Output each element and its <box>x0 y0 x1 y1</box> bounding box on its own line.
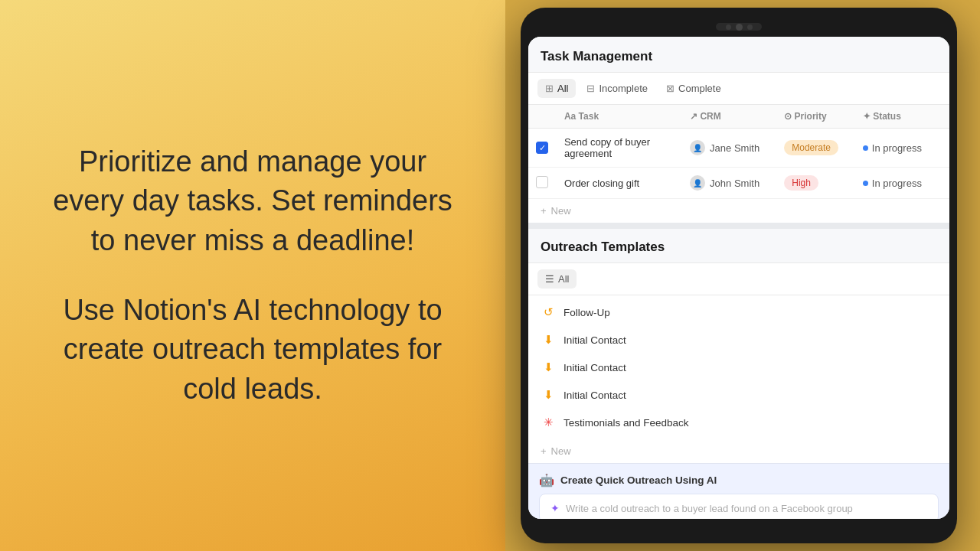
row1-avatar: 👤 <box>690 140 705 155</box>
row2-checkbox-cell[interactable] <box>528 168 557 199</box>
left-text-block: Prioritize and manage your every day tas… <box>46 142 459 409</box>
row2-task-text: Order closing gift <box>564 178 639 189</box>
tab-all-label: All <box>557 83 568 94</box>
main-paragraph-2: Use Notion's AI technology to create out… <box>46 291 459 409</box>
col-header-crm: ↗ CRM <box>682 105 776 129</box>
col-header-status: ✦ Status <box>855 105 949 129</box>
template-contact-label-2: Initial Contact <box>564 362 626 373</box>
col-header-checkbox <box>528 105 557 129</box>
table-row: ✓ Send copy of buyer agreement 👤 Jane Sm… <box>528 129 949 168</box>
row1-status-text: In progress <box>872 142 922 154</box>
table-row: Order closing gift 👤 John Smith Hig <box>528 168 949 199</box>
contact-icon-2: ⬇ <box>541 360 556 374</box>
template-testimonial-label: Testimonials and Feedback <box>564 417 689 429</box>
row2-crm-cell: 👤 John Smith <box>682 168 776 199</box>
tab-incomplete[interactable]: ⊟ Incomplete <box>579 79 655 98</box>
row2-status-text: In progress <box>872 178 922 189</box>
outreach-new-plus-icon: + <box>541 445 547 457</box>
row2-status-cell: In progress <box>855 168 949 199</box>
row2-priority-cell: High <box>776 168 855 199</box>
camera-dot <box>726 24 731 30</box>
template-contact-label-3: Initial Contact <box>564 390 626 401</box>
row1-crm-cell: 👤 Jane Smith <box>682 129 776 168</box>
list-item[interactable]: ⬇ Initial Contact <box>528 326 949 354</box>
ai-section: 🤖 Create Quick Outreach Using AI ✦ Write… <box>528 463 949 519</box>
task-management-section: Task Management ⊞ All ⊟ Incomplete ⊠ <box>528 37 949 223</box>
table-icon: ⊞ <box>545 83 554 94</box>
row1-priority-cell: Moderate <box>776 129 855 168</box>
outreach-new-label: New <box>551 445 571 457</box>
testimonial-icon: ✳ <box>541 416 556 429</box>
checkbox-1[interactable]: ✓ <box>536 142 548 154</box>
row1-checkbox-cell[interactable]: ✓ <box>528 129 557 168</box>
complete-icon: ⊠ <box>666 83 675 94</box>
ai-section-title: Create Quick Outreach Using AI <box>560 474 717 486</box>
outreach-section-title: Outreach Templates <box>528 229 949 263</box>
row2-crm-name: John Smith <box>710 178 760 189</box>
ai-sparkle-icon: ✦ <box>550 502 560 514</box>
tab-all[interactable]: ⊞ All <box>537 79 576 98</box>
row1-task-text: Send copy of buyer agreement <box>564 136 650 159</box>
row1-status: In progress <box>863 142 942 154</box>
tablet-device: Task Management ⊞ All ⊟ Incomplete ⊠ <box>521 8 957 543</box>
template-followup-label: Follow-Up <box>564 307 610 318</box>
outreach-tab-all-label: All <box>558 273 569 285</box>
tab-incomplete-label: Incomplete <box>599 83 648 94</box>
list-icon: ☰ <box>545 273 554 285</box>
right-panel: Task Management ⊞ All ⊟ Incomplete ⊠ <box>505 0 980 551</box>
outreach-section: Outreach Templates ☰ All ↺ Follow-Up <box>528 229 949 463</box>
row2-avatar: 👤 <box>690 175 705 191</box>
new-plus-icon: + <box>541 205 547 217</box>
outreach-tabs-bar: ☰ All <box>528 263 949 295</box>
new-row-label: New <box>551 205 571 217</box>
app-content[interactable]: Task Management ⊞ All ⊟ Incomplete ⊠ <box>528 37 949 519</box>
row2-task-cell: Order closing gift <box>557 168 682 199</box>
row1-crm: 👤 Jane Smith <box>690 140 769 155</box>
ai-input-placeholder: Write a cold outreach to a buyer lead fo… <box>566 503 853 514</box>
template-contact-label-1: Initial Contact <box>564 334 626 346</box>
outreach-new-row[interactable]: + New <box>528 439 949 463</box>
row2-status-dot <box>863 181 868 186</box>
ai-input-box[interactable]: ✦ Write a cold outreach to a buyer lead … <box>539 494 939 519</box>
row1-status-cell: In progress <box>855 129 949 168</box>
template-list: ↺ Follow-Up ⬇ Initial Contact ⬇ Initial … <box>528 295 949 439</box>
task-section-title: Task Management <box>528 37 949 73</box>
task-table: Aa Task ↗ CRM ⊙ Priority ✦ Status <box>528 105 949 199</box>
tablet-screen: Task Management ⊞ All ⊟ Incomplete ⊠ <box>528 37 949 519</box>
camera-dot-center <box>736 24 743 31</box>
section-divider <box>528 223 949 229</box>
contact-icon-1: ⬇ <box>541 333 556 347</box>
row2-crm: 👤 John Smith <box>690 175 769 191</box>
list-item[interactable]: ⬇ Initial Contact <box>528 354 949 381</box>
contact-icon-3: ⬇ <box>541 388 556 402</box>
outreach-tab-all[interactable]: ☰ All <box>537 269 577 289</box>
col-header-priority: ⊙ Priority <box>776 105 855 129</box>
incomplete-icon: ⊟ <box>586 83 595 94</box>
list-item[interactable]: ✳ Testimonials and Feedback <box>528 409 949 436</box>
left-panel: Prioritize and manage your every day tas… <box>0 0 505 551</box>
row2-status: In progress <box>863 178 942 189</box>
ai-section-header: 🤖 Create Quick Outreach Using AI <box>539 473 939 487</box>
camera-dot-right <box>747 24 753 30</box>
task-tabs-bar: ⊞ All ⊟ Incomplete ⊠ Complete <box>528 73 949 105</box>
tablet-camera <box>716 23 762 31</box>
row2-priority-badge: High <box>784 175 818 191</box>
checkbox-2[interactable] <box>536 176 548 188</box>
tab-complete[interactable]: ⊠ Complete <box>658 79 729 98</box>
col-header-task: Aa Task <box>557 105 682 129</box>
row1-priority-badge: Moderate <box>784 140 838 155</box>
row1-crm-name: Jane Smith <box>710 142 760 154</box>
list-item[interactable]: ↺ Follow-Up <box>528 298 949 326</box>
row1-task-cell: Send copy of buyer agreement <box>557 129 682 168</box>
row1-status-dot <box>863 145 868 151</box>
main-paragraph-1: Prioritize and manage your every day tas… <box>46 142 459 260</box>
task-new-row[interactable]: + New <box>528 199 949 223</box>
followup-icon: ↺ <box>541 305 556 319</box>
list-item[interactable]: ⬇ Initial Contact <box>528 381 949 409</box>
ai-robot-icon: 🤖 <box>539 473 554 487</box>
tab-complete-label: Complete <box>678 83 721 94</box>
